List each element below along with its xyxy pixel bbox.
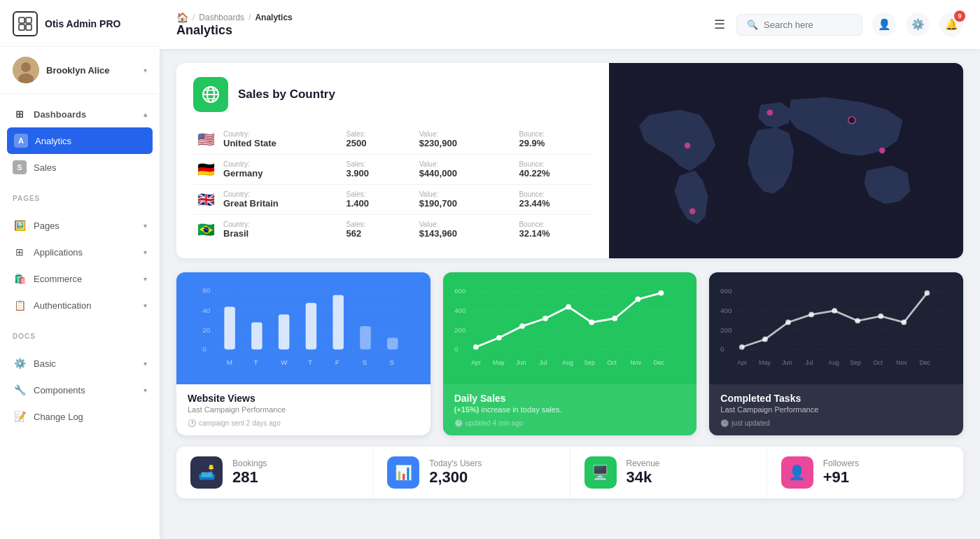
bounce-cell: Bounce: 40.22% [505, 155, 592, 185]
users-label: Today's Users [429, 458, 482, 468]
dashboard-icon: ⊞ [13, 107, 27, 121]
notifications-button[interactable]: 🔔 9 [939, 13, 963, 36]
sidebar-item-dashboards[interactable]: ⊞ Dashboards ▴ [0, 101, 160, 127]
flag-cell: 🇩🇪 [193, 155, 219, 185]
svg-point-73 [739, 344, 745, 350]
logo-text: Otis Admin PRO [45, 18, 120, 29]
daily-sales-title: Daily Sales [454, 393, 686, 404]
notification-badge: 9 [954, 10, 965, 22]
bookings-icon: 🛋️ [190, 456, 223, 489]
applications-chevron: ▾ [144, 248, 147, 256]
svg-rect-28 [306, 303, 317, 349]
svg-text:Oct: Oct [874, 359, 883, 366]
dashboards-chevron: ▴ [144, 111, 147, 118]
sidebar-user[interactable]: Brooklyn Alice ▾ [0, 47, 160, 94]
analytics-badge: A [14, 134, 28, 148]
svg-text:M: M [227, 358, 232, 366]
svg-point-50 [542, 316, 548, 321]
svg-text:Sep: Sep [850, 359, 862, 366]
sales-by-country-card: Sales by Country 🇺🇸 Country: United Stat… [176, 63, 963, 258]
settings-button[interactable]: ⚙️ [906, 13, 930, 36]
daily-sales-card: 600 400 200 0 [443, 272, 697, 435]
sidebar-item-components[interactable]: 🔧 Components ▾ [0, 377, 160, 403]
website-views-info: Website Views Last Campaign Performance … [176, 384, 430, 435]
svg-rect-0 [19, 18, 24, 23]
value-cell: Value: $143,960 [405, 215, 505, 245]
sidebar-item-sales[interactable]: S Sales [0, 154, 160, 181]
svg-point-75 [785, 320, 791, 326]
completed-tasks-info: Completed Tasks Last Campaign Performanc… [709, 384, 963, 435]
svg-rect-26 [251, 322, 262, 349]
svg-rect-2 [19, 24, 24, 30]
logo-icon [13, 11, 38, 36]
value-cell: Value: $440,000 [405, 155, 505, 185]
main-area: 🏠 / Dashboards / Analytics Analytics ☰ 🔍… [160, 0, 980, 539]
pages-section-label: PAGES [0, 188, 160, 205]
nav-section-docs: ⚙️ Basic ▾ 🔧 Components ▾ 📝 Change Log [0, 343, 160, 437]
sidebar-item-changelog[interactable]: 📝 Change Log [0, 403, 160, 430]
auth-chevron: ▾ [144, 302, 147, 309]
svg-text:Apr: Apr [471, 359, 481, 366]
bounce-cell: Bounce: 23.44% [505, 185, 592, 215]
daily-sales-info: Daily Sales (+15%) increase in today sal… [443, 384, 697, 435]
sidebar-item-basic[interactable]: ⚙️ Basic ▾ [0, 350, 160, 377]
home-icon[interactable]: 🏠 [176, 12, 188, 23]
value-cell: Value: $230,900 [405, 125, 505, 155]
completed-tasks-card: 600 400 200 0 [709, 272, 963, 435]
svg-point-49 [519, 323, 525, 329]
svg-text:40: 40 [202, 307, 211, 314]
search-input[interactable] [764, 20, 852, 30]
completed-tasks-title: Completed Tasks [720, 393, 952, 404]
sidebar-item-ecommerce[interactable]: 🛍️ Ecommerce ▾ [0, 265, 160, 292]
svg-point-12 [685, 142, 691, 148]
components-icon: 🔧 [13, 383, 27, 397]
sidebar-analytics-label: Analytics [35, 136, 146, 146]
sidebar-changelog-label: Change Log [34, 412, 147, 422]
website-views-card: 60 40 20 0 [176, 272, 430, 435]
svg-text:0: 0 [454, 345, 458, 353]
country-cell: Country: Great Britain [219, 185, 332, 215]
ecommerce-chevron: ▾ [144, 275, 147, 283]
sidebar-item-applications[interactable]: ⊞ Applications ▾ [0, 239, 160, 265]
revenue-value: 34k [626, 468, 660, 486]
authentication-icon: 📋 [13, 298, 27, 312]
table-row: 🇧🇷 Country: Brasil Sales: 562 Value: $14… [193, 215, 592, 245]
breadcrumb-dashboards[interactable]: Dashboards [199, 13, 244, 22]
users-value: 2,300 [429, 468, 482, 486]
svg-point-77 [832, 308, 838, 314]
sidebar-item-authentication[interactable]: 📋 Authentication ▾ [0, 292, 160, 318]
nav-section-dashboards: ⊞ Dashboards ▴ A Analytics S Sales [0, 94, 160, 188]
svg-text:Dec: Dec [653, 359, 664, 366]
search-box[interactable]: 🔍 [736, 14, 862, 36]
user-profile-button[interactable]: 👤 [872, 13, 896, 36]
followers-icon: 👤 [781, 456, 813, 489]
table-row: 🇬🇧 Country: Great Britain Sales: 1.400 V… [193, 185, 592, 215]
svg-text:Jun: Jun [516, 359, 526, 366]
svg-text:200: 200 [720, 326, 732, 334]
page-title: Analytics [176, 23, 232, 38]
changelog-icon: 📝 [13, 410, 27, 424]
svg-text:20: 20 [202, 326, 211, 334]
svg-point-74 [762, 337, 768, 342]
table-row: 🇺🇸 Country: United State Sales: 2500 Val… [193, 125, 592, 155]
svg-text:T: T [308, 358, 312, 366]
clock-icon: 🕐 [188, 419, 196, 427]
country-cell: Country: United State [219, 125, 332, 155]
svg-rect-31 [387, 338, 398, 350]
svg-text:Nov: Nov [630, 359, 641, 366]
sidebar: Otis Admin PRO Brooklyn Alice ▾ ⊞ Dashbo… [0, 0, 160, 539]
basic-icon: ⚙️ [13, 356, 27, 370]
svg-rect-29 [332, 295, 344, 350]
hamburger-icon[interactable]: ☰ [714, 17, 725, 32]
svg-text:400: 400 [454, 307, 466, 314]
topbar: 🏠 / Dashboards / Analytics Analytics ☰ 🔍… [160, 0, 980, 49]
sidebar-item-pages[interactable]: 🖼️ Pages ▾ [0, 212, 160, 239]
svg-text:Jul: Jul [806, 359, 813, 366]
svg-text:60: 60 [202, 286, 211, 294]
website-views-time: 🕐 campaign sent 2 days ago [188, 419, 419, 427]
flag-cell: 🇧🇷 [193, 215, 219, 245]
bookings-value: 281 [232, 468, 267, 486]
svg-rect-3 [26, 24, 31, 30]
sidebar-item-analytics[interactable]: A Analytics [7, 127, 153, 154]
sidebar-auth-label: Authentication [34, 300, 136, 311]
